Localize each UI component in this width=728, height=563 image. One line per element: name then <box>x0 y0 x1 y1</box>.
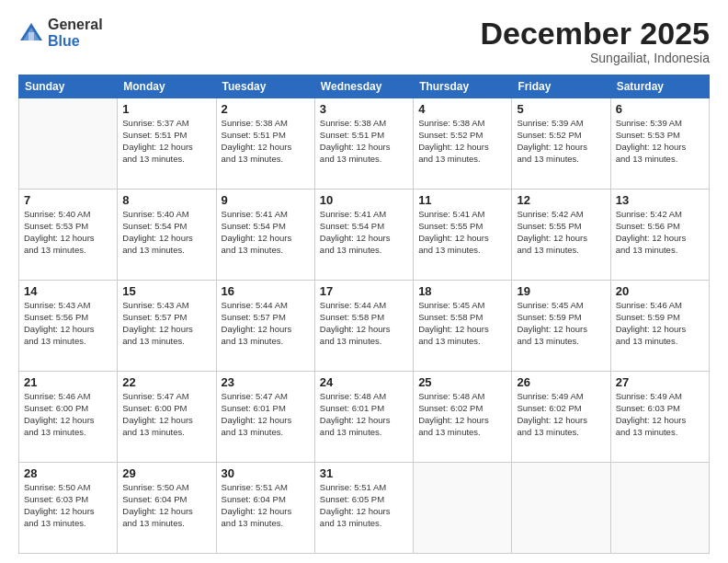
day-number: 22 <box>122 375 210 389</box>
calendar-cell: 20Sunrise: 5:46 AM Sunset: 5:59 PM Dayli… <box>610 281 709 372</box>
day-number: 25 <box>418 375 506 389</box>
calendar-body: 1Sunrise: 5:37 AM Sunset: 5:51 PM Daylig… <box>19 98 710 554</box>
day-info: Sunrise: 5:37 AM Sunset: 5:51 PM Dayligh… <box>122 118 210 165</box>
logo-text: General Blue <box>48 17 103 49</box>
day-number: 26 <box>517 375 605 389</box>
calendar-cell: 26Sunrise: 5:49 AM Sunset: 6:02 PM Dayli… <box>512 372 610 463</box>
calendar-cell <box>610 463 709 554</box>
day-number: 8 <box>122 193 210 207</box>
day-info: Sunrise: 5:41 AM Sunset: 5:55 PM Dayligh… <box>418 209 506 256</box>
calendar-cell: 13Sunrise: 5:42 AM Sunset: 5:56 PM Dayli… <box>610 190 709 281</box>
day-number: 5 <box>517 102 605 116</box>
day-number: 24 <box>320 375 408 389</box>
day-info: Sunrise: 5:45 AM Sunset: 5:59 PM Dayligh… <box>517 300 605 347</box>
calendar-cell: 31Sunrise: 5:51 AM Sunset: 6:05 PM Dayli… <box>314 463 413 554</box>
calendar-cell: 22Sunrise: 5:47 AM Sunset: 6:00 PM Dayli… <box>118 372 216 463</box>
calendar-week-4: 28Sunrise: 5:50 AM Sunset: 6:03 PM Dayli… <box>19 463 710 554</box>
day-info: Sunrise: 5:50 AM Sunset: 6:03 PM Dayligh… <box>24 482 112 529</box>
calendar-cell: 16Sunrise: 5:44 AM Sunset: 5:57 PM Dayli… <box>216 281 314 372</box>
day-info: Sunrise: 5:40 AM Sunset: 5:53 PM Dayligh… <box>24 209 112 256</box>
calendar-cell: 7Sunrise: 5:40 AM Sunset: 5:53 PM Daylig… <box>19 190 118 281</box>
day-info: Sunrise: 5:44 AM Sunset: 5:58 PM Dayligh… <box>320 300 408 347</box>
day-number: 13 <box>616 193 704 207</box>
weekday-header-sunday: Sunday <box>19 75 118 98</box>
calendar-cell: 9Sunrise: 5:41 AM Sunset: 5:54 PM Daylig… <box>216 190 314 281</box>
calendar-cell: 8Sunrise: 5:40 AM Sunset: 5:54 PM Daylig… <box>118 190 216 281</box>
day-number: 28 <box>24 466 112 480</box>
header: General Blue December 2025 Sungailiat, I… <box>18 17 710 65</box>
day-info: Sunrise: 5:42 AM Sunset: 5:56 PM Dayligh… <box>616 209 704 256</box>
day-number: 17 <box>320 284 408 298</box>
day-number: 19 <box>517 284 605 298</box>
calendar-week-0: 1Sunrise: 5:37 AM Sunset: 5:51 PM Daylig… <box>19 98 710 190</box>
day-info: Sunrise: 5:44 AM Sunset: 5:57 PM Dayligh… <box>222 300 310 347</box>
day-number: 31 <box>320 466 408 480</box>
day-info: Sunrise: 5:41 AM Sunset: 5:54 PM Dayligh… <box>320 209 408 256</box>
day-info: Sunrise: 5:45 AM Sunset: 5:58 PM Dayligh… <box>418 300 506 347</box>
day-info: Sunrise: 5:51 AM Sunset: 6:05 PM Dayligh… <box>320 482 408 529</box>
calendar-week-1: 7Sunrise: 5:40 AM Sunset: 5:53 PM Daylig… <box>19 190 710 281</box>
logo-blue: Blue <box>48 33 103 50</box>
title-block: December 2025 Sungailiat, Indonesia <box>480 17 710 65</box>
calendar-cell: 6Sunrise: 5:39 AM Sunset: 5:53 PM Daylig… <box>610 98 709 190</box>
calendar-cell: 4Sunrise: 5:38 AM Sunset: 5:52 PM Daylig… <box>414 98 512 190</box>
weekday-header-tuesday: Tuesday <box>216 75 314 98</box>
calendar-cell <box>19 98 118 190</box>
day-number: 4 <box>418 102 506 116</box>
day-info: Sunrise: 5:50 AM Sunset: 6:04 PM Dayligh… <box>122 482 210 529</box>
day-info: Sunrise: 5:47 AM Sunset: 6:01 PM Dayligh… <box>222 391 310 438</box>
calendar-cell <box>414 463 512 554</box>
logo: General Blue <box>18 17 103 49</box>
day-number: 6 <box>616 102 704 116</box>
calendar-cell: 14Sunrise: 5:43 AM Sunset: 5:56 PM Dayli… <box>19 281 118 372</box>
day-info: Sunrise: 5:42 AM Sunset: 5:55 PM Dayligh… <box>517 209 605 256</box>
calendar-cell: 18Sunrise: 5:45 AM Sunset: 5:58 PM Dayli… <box>414 281 512 372</box>
logo-general: General <box>48 17 103 33</box>
day-number: 12 <box>517 193 605 207</box>
weekday-header-monday: Monday <box>118 75 216 98</box>
day-info: Sunrise: 5:43 AM Sunset: 5:57 PM Dayligh… <box>122 300 210 347</box>
calendar-cell: 10Sunrise: 5:41 AM Sunset: 5:54 PM Dayli… <box>314 190 413 281</box>
day-number: 21 <box>24 375 112 389</box>
calendar-week-3: 21Sunrise: 5:46 AM Sunset: 6:00 PM Dayli… <box>19 372 710 463</box>
weekday-header-row: SundayMondayTuesdayWednesdayThursdayFrid… <box>19 75 710 98</box>
calendar-cell: 27Sunrise: 5:49 AM Sunset: 6:03 PM Dayli… <box>610 372 709 463</box>
calendar-cell: 17Sunrise: 5:44 AM Sunset: 5:58 PM Dayli… <box>314 281 413 372</box>
calendar-cell: 2Sunrise: 5:38 AM Sunset: 5:51 PM Daylig… <box>216 98 314 190</box>
calendar-cell: 25Sunrise: 5:48 AM Sunset: 6:02 PM Dayli… <box>414 372 512 463</box>
day-number: 30 <box>222 466 310 480</box>
day-number: 1 <box>122 102 210 116</box>
day-number: 23 <box>222 375 310 389</box>
day-info: Sunrise: 5:48 AM Sunset: 6:02 PM Dayligh… <box>418 391 506 438</box>
calendar-cell: 21Sunrise: 5:46 AM Sunset: 6:00 PM Dayli… <box>19 372 118 463</box>
day-number: 20 <box>616 284 704 298</box>
weekday-header-wednesday: Wednesday <box>314 75 413 98</box>
day-number: 14 <box>24 284 112 298</box>
calendar-cell: 1Sunrise: 5:37 AM Sunset: 5:51 PM Daylig… <box>118 98 216 190</box>
day-number: 15 <box>122 284 210 298</box>
calendar-cell: 12Sunrise: 5:42 AM Sunset: 5:55 PM Dayli… <box>512 190 610 281</box>
day-info: Sunrise: 5:38 AM Sunset: 5:52 PM Dayligh… <box>418 118 506 165</box>
day-info: Sunrise: 5:48 AM Sunset: 6:01 PM Dayligh… <box>320 391 408 438</box>
logo-icon <box>18 20 44 46</box>
day-number: 27 <box>616 375 704 389</box>
day-info: Sunrise: 5:49 AM Sunset: 6:02 PM Dayligh… <box>517 391 605 438</box>
day-info: Sunrise: 5:43 AM Sunset: 5:56 PM Dayligh… <box>24 300 112 347</box>
day-number: 3 <box>320 102 408 116</box>
calendar-cell: 29Sunrise: 5:50 AM Sunset: 6:04 PM Dayli… <box>118 463 216 554</box>
calendar-week-2: 14Sunrise: 5:43 AM Sunset: 5:56 PM Dayli… <box>19 281 710 372</box>
month-title: December 2025 <box>480 17 710 51</box>
day-number: 10 <box>320 193 408 207</box>
day-number: 2 <box>222 102 310 116</box>
calendar-cell: 24Sunrise: 5:48 AM Sunset: 6:01 PM Dayli… <box>314 372 413 463</box>
weekday-header-thursday: Thursday <box>414 75 512 98</box>
calendar-cell: 5Sunrise: 5:39 AM Sunset: 5:52 PM Daylig… <box>512 98 610 190</box>
calendar-cell <box>512 463 610 554</box>
calendar-cell: 15Sunrise: 5:43 AM Sunset: 5:57 PM Dayli… <box>118 281 216 372</box>
day-number: 29 <box>122 466 210 480</box>
day-info: Sunrise: 5:39 AM Sunset: 5:52 PM Dayligh… <box>517 118 605 165</box>
day-info: Sunrise: 5:40 AM Sunset: 5:54 PM Dayligh… <box>122 209 210 256</box>
day-info: Sunrise: 5:41 AM Sunset: 5:54 PM Dayligh… <box>222 209 310 256</box>
day-info: Sunrise: 5:38 AM Sunset: 5:51 PM Dayligh… <box>320 118 408 165</box>
day-number: 16 <box>222 284 310 298</box>
